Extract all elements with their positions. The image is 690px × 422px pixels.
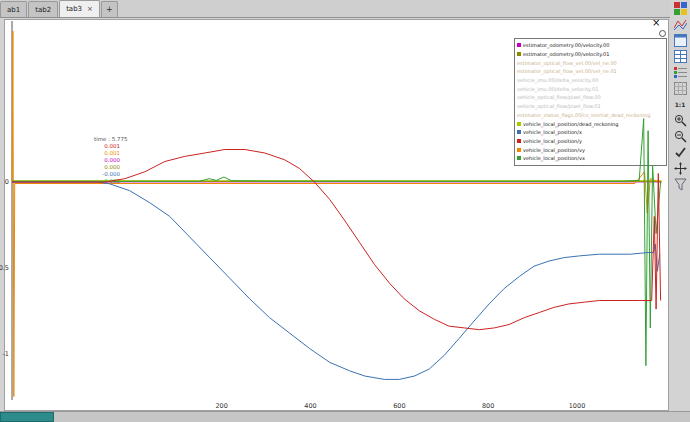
tab-tab1[interactable]: ab1 [0,1,27,17]
cursor-readout: time : 5.775 0.0010.0010.0000.000-0.000-… [94,136,128,185]
add-plot-icon[interactable] [672,33,688,48]
legend-label: vehicle_imu.00/delta_velocity.00 [517,77,598,83]
legend-label: estimator_optical_flow_vel.00/vel_ne.01 [517,68,617,74]
filter-icon[interactable] [672,177,688,192]
legend-swatch [517,139,521,143]
legend-swatch [517,43,521,47]
legend-swatch [517,156,521,160]
legend-item[interactable]: vehicle_imu.00/delta_velocity.01 [517,84,664,93]
tab-label: ab1 [7,6,20,14]
legend-label: vehicle_local_position/x [523,129,582,135]
legend-label: estimator_status_flags.00/cs_inertial_de… [517,112,650,118]
legend-item[interactable]: estimator_odometry.00/velocity.01 [517,50,664,59]
legend-label: vehicle_optical_flow/pixel_flow.01 [517,103,601,109]
cursor-value: -0.000 [94,171,120,178]
tab-bar: ab1 tab2 tab3 × + [0,0,672,18]
legend-icon[interactable] [672,65,688,80]
legend-label: estimator_odometry.00/velocity.00 [523,42,609,48]
legend-item[interactable]: estimator_status_flags.00/cs_inertial_de… [517,111,664,120]
add-tab-button[interactable]: + [101,1,118,17]
cursor-values: 0.0010.0010.0000.000-0.000-0.002 [94,143,128,185]
legend-item[interactable]: vehicle_imu.00/delta_velocity.00 [517,76,664,85]
cursor-value: 0.000 [94,164,120,171]
legend-swatch [517,52,521,56]
grid-icon[interactable] [672,81,688,96]
legend-label: vehicle_imu.00/delta_velocity.01 [517,86,598,92]
tab-label: tab2 [35,6,51,14]
legend-item[interactable]: vehicle_local_position/vx [517,154,664,163]
apply-check-icon[interactable] [672,145,688,160]
legend-label: vehicle_local_position/vy [523,147,585,153]
horizontal-scrollbar[interactable] [0,411,690,422]
right-toolbar: 1:1 [670,0,690,422]
legend-item[interactable]: vehicle_optical_flow/pixel_flow.01 [517,102,664,111]
tab-tab3[interactable]: tab3 × [59,0,100,17]
cursor-value: 0.001 [94,150,120,157]
zoom-in-icon[interactable] [672,113,688,128]
legend-swatch [517,122,521,126]
plot-close-button[interactable]: × [652,18,660,28]
legend-label: estimator_optical_flow_vel.00/vel_ne.00 [517,60,617,66]
legend-label: vehicle_optical_flow/pixel_flow.00 [517,94,601,100]
pan-arrows-icon[interactable] [672,161,688,176]
zoom-out-icon[interactable] [672,129,688,144]
cursor-value: 0.000 [94,157,120,164]
ratio-1-1-icon[interactable]: 1:1 [672,97,688,112]
ratio-label: 1:1 [675,101,686,108]
palette-icon[interactable] [672,1,688,16]
legend-swatch [517,148,521,152]
legend-label: vehicle_local_position/y [523,138,582,144]
cursor-value: 0.001 [94,143,120,150]
legend-item[interactable]: vehicle_local_position/dead_reckoning [517,119,664,128]
tab-label: tab3 [66,5,82,13]
cursor-time-label: time : 5.775 [94,136,128,142]
plot-handle-circle[interactable] [659,30,666,37]
signal-colors-icon[interactable] [672,17,688,32]
legend-item[interactable]: vehicle_local_position/x [517,128,664,137]
cursor-value: -0.002 [94,178,120,185]
legend-item[interactable]: vehicle_optical_flow/pixel_flow.00 [517,93,664,102]
legend-item[interactable]: vehicle_local_position/y [517,137,664,146]
legend-item[interactable]: vehicle_local_position/vy [517,145,664,154]
legend-item[interactable]: estimator_optical_flow_vel.00/vel_ne.01 [517,67,664,76]
tab-close-icon[interactable]: × [87,5,93,13]
legend-item[interactable]: estimator_optical_flow_vel.00/vel_ne.00 [517,58,664,67]
legend-label: vehicle_local_position/dead_reckoning [523,121,618,127]
legend-item[interactable]: estimator_odometry.00/velocity.00 [517,41,664,50]
scrollbar-thumb[interactable] [0,412,54,422]
legend-swatch [517,130,521,134]
tab-tab2[interactable]: tab2 [28,1,58,17]
table-icon[interactable] [672,49,688,64]
legend-label: estimator_odometry.00/velocity.01 [523,51,609,57]
legend-label: vehicle_local_position/vx [523,155,585,161]
legend-box: estimator_odometry.00/velocity.00estimat… [514,38,667,166]
